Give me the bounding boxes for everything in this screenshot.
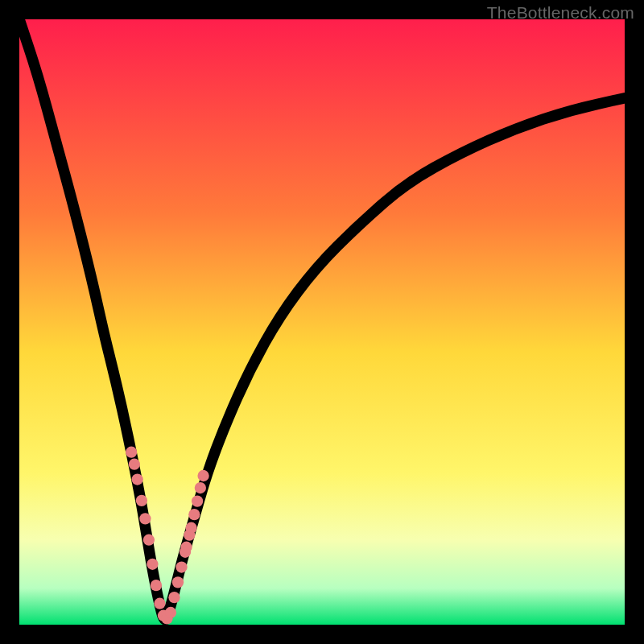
watermark-text: TheBottleneck.com — [487, 3, 634, 23]
highlight-point — [154, 598, 165, 609]
highlight-point — [172, 576, 184, 588]
highlight-point — [195, 482, 206, 493]
highlight-point — [197, 470, 208, 481]
highlight-point — [131, 473, 142, 485]
plot-area — [19, 19, 625, 625]
highlight-point — [151, 580, 162, 591]
highlight-point — [126, 447, 137, 458]
curve-layer — [19, 19, 625, 625]
highlight-point — [129, 459, 140, 470]
highlight-point — [147, 559, 158, 570]
highlight-point — [165, 607, 176, 618]
chart-frame: TheBottleneck.com — [0, 0, 644, 644]
highlight-point — [143, 535, 155, 546]
highlight-point — [136, 495, 147, 506]
highlight-point — [175, 561, 187, 572]
highlight-point — [192, 495, 203, 506]
highlight-point — [188, 509, 200, 520]
highlight-point — [185, 522, 196, 534]
highlight-point — [168, 592, 180, 603]
bottleneck-curve — [19, 19, 625, 620]
highlight-point — [180, 542, 192, 553]
highlight-point — [139, 513, 151, 524]
